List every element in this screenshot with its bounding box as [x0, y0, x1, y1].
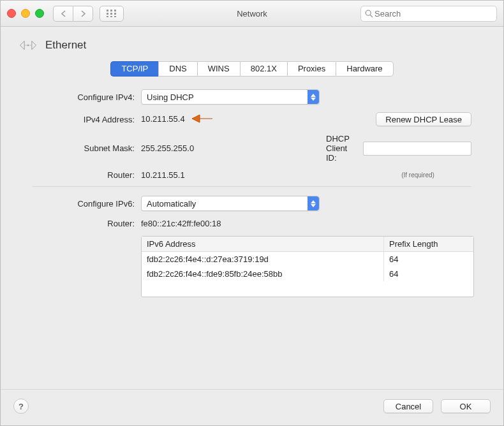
- tab-proxies[interactable]: Proxies: [287, 61, 336, 77]
- network-advanced-window: Network Ethernet TCP/IP DNS WINS 802.1X: [0, 0, 504, 426]
- search-field[interactable]: [360, 6, 497, 22]
- dhcp-client-id-input[interactable]: [363, 142, 471, 156]
- search-icon: [365, 10, 373, 18]
- svg-rect-0: [107, 10, 108, 11]
- tab-wins[interactable]: WINS: [197, 61, 240, 77]
- svg-point-9: [366, 10, 371, 15]
- help-button[interactable]: ?: [13, 399, 29, 414]
- ipv6-table-header: IPv6 Address Prefix Length: [142, 237, 473, 252]
- tab-strip: TCP/IP DNS WINS 802.1X Proxies Hardware: [110, 61, 393, 77]
- tab-hardware[interactable]: Hardware: [336, 61, 393, 77]
- select-stepper-icon: [308, 196, 319, 210]
- svg-rect-8: [114, 16, 116, 17]
- ipv6-prefix-cell: 64: [384, 267, 473, 281]
- svg-line-10: [370, 15, 373, 17]
- zoom-window-button[interactable]: [35, 9, 44, 18]
- show-all-button[interactable]: [100, 6, 124, 22]
- ipv6-col-prefix-length[interactable]: Prefix Length: [384, 237, 473, 251]
- dhcp-client-id-label: DHCP Client ID:: [326, 134, 358, 163]
- ipv4-address-value: 10.211.55.4: [141, 114, 185, 123]
- renew-dhcp-lease-button[interactable]: Renew DHCP Lease: [376, 112, 471, 126]
- section-divider: [33, 186, 471, 187]
- subnet-mask-label: Subnet Mask:: [33, 143, 135, 153]
- tab-8021x[interactable]: 802.1X: [240, 61, 287, 77]
- dialog-footer: ? Cancel OK: [1, 389, 503, 425]
- configure-ipv4-value: Using DHCP: [147, 92, 194, 102]
- table-row[interactable]: fdb2:2c26:f4e4::d:27ea:3719:19d 64: [142, 252, 473, 267]
- svg-rect-1: [110, 10, 112, 11]
- search-input[interactable]: [373, 8, 493, 19]
- tcpip-panel: Configure IPv4: Using DHCP IPv4 Address:…: [1, 87, 503, 389]
- router-label: Router:: [33, 170, 135, 180]
- configure-ipv4-select[interactable]: Using DHCP: [141, 89, 320, 105]
- svg-rect-5: [114, 13, 116, 15]
- subnet-mask-value: 255.255.255.0: [141, 143, 320, 153]
- titlebar: Network: [1, 1, 503, 27]
- ipv6-col-address[interactable]: IPv6 Address: [142, 237, 384, 251]
- router-value: 10.211.55.1: [141, 170, 320, 180]
- ipv4-address-label: IPv4 Address:: [33, 115, 135, 124]
- ethernet-icon: [19, 38, 38, 52]
- chevron-left-icon: [61, 10, 66, 17]
- table-row[interactable]: fdb2:2c26:f4e4::fde9:85fb:24ee:58bb 64: [142, 267, 473, 281]
- interface-header: Ethernet: [1, 27, 503, 57]
- svg-point-11: [27, 45, 29, 47]
- close-window-button[interactable]: [7, 9, 16, 18]
- svg-rect-7: [110, 16, 112, 17]
- configure-ipv6-value: Automatically: [147, 199, 196, 209]
- back-button[interactable]: [53, 6, 73, 22]
- cancel-button[interactable]: Cancel: [383, 399, 433, 413]
- configure-ipv6-label: Configure IPv6:: [33, 199, 135, 209]
- svg-point-12: [26, 45, 27, 46]
- minimize-window-button[interactable]: [21, 9, 30, 18]
- tab-tcpip[interactable]: TCP/IP: [110, 61, 158, 77]
- traffic-lights: [7, 9, 44, 18]
- ipv6-address-table: IPv6 Address Prefix Length fdb2:2c26:f4e…: [141, 236, 474, 297]
- router6-label: Router:: [33, 219, 135, 228]
- chevron-right-icon: [80, 10, 86, 17]
- ok-button[interactable]: OK: [441, 399, 491, 413]
- interface-name: Ethernet: [45, 39, 86, 52]
- forward-button[interactable]: [73, 6, 93, 22]
- dhcp-client-id-note: (If required): [364, 172, 471, 179]
- tab-dns[interactable]: DNS: [158, 61, 196, 77]
- ipv6-addr-cell: fdb2:2c26:f4e4::d:27ea:3719:19d: [142, 252, 384, 267]
- grid-icon: [107, 10, 117, 17]
- router6-value: fe80::21c:42ff:fe00:18: [141, 219, 471, 228]
- svg-rect-3: [107, 13, 108, 15]
- ipv6-prefix-cell: 64: [384, 252, 473, 267]
- svg-rect-2: [114, 10, 116, 11]
- svg-rect-4: [110, 13, 112, 15]
- configure-ipv4-label: Configure IPv4:: [33, 92, 135, 102]
- configure-ipv6-select[interactable]: Automatically: [141, 196, 320, 211]
- svg-point-13: [29, 45, 31, 46]
- ipv6-addr-cell: fdb2:2c26:f4e4::fde9:85fb:24ee:58bb: [142, 267, 384, 281]
- callout-arrow-icon: [192, 113, 212, 126]
- select-stepper-icon: [308, 90, 319, 104]
- nav-back-forward: [53, 6, 93, 22]
- svg-rect-6: [107, 16, 108, 17]
